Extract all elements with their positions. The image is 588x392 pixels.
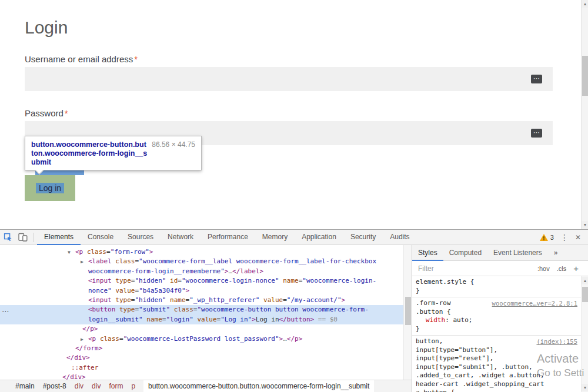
expand-arrow-icon[interactable]: ▶ bbox=[81, 335, 83, 344]
username-label: Username or email address* bbox=[25, 54, 138, 64]
rule-selector[interactable]: a button { bbox=[416, 388, 455, 392]
dom-tree-line[interactable]: ::after bbox=[0, 363, 403, 373]
toolbar-separator bbox=[34, 233, 34, 242]
login-button-highlighted[interactable]: Log in bbox=[25, 175, 75, 201]
page-scrollbar-thumb[interactable] bbox=[582, 56, 588, 96]
dom-tree-line[interactable]: <button type="submit" class="woocommerce… bbox=[0, 305, 403, 314]
dom-tree-line[interactable]: ▼<p class="form-row"> bbox=[0, 247, 403, 257]
rule-selector[interactable]: element.style { bbox=[416, 278, 474, 287]
password-label: Password* bbox=[25, 108, 68, 118]
devtools-tab-elements[interactable]: Elements bbox=[37, 230, 81, 245]
browser-viewport: Login Username or email address* ⋯ Passw… bbox=[0, 0, 588, 229]
username-input[interactable]: ⋯ bbox=[25, 67, 553, 91]
devtools-tab-network[interactable]: Network bbox=[161, 230, 201, 245]
console-warnings-button[interactable]: 3 bbox=[540, 234, 554, 241]
rule-selector[interactable]: .button { bbox=[416, 308, 451, 317]
styles-scrollbar[interactable]: ▲ ▼ bbox=[581, 276, 588, 392]
toggle-hover-state-button[interactable]: :hov bbox=[537, 265, 550, 272]
dom-tree-line[interactable]: ▶<label class="woocommerce-form__label w… bbox=[0, 257, 403, 266]
rule-selector[interactable]: input[type="reset"], bbox=[416, 354, 493, 363]
breadcrumb-item[interactable]: div bbox=[75, 382, 83, 390]
toggle-class-button[interactable]: .cls bbox=[557, 265, 567, 272]
kebab-menu-icon[interactable]: ⋮ bbox=[560, 233, 569, 242]
rule-selector[interactable]: input[type="submit"], .button, bbox=[416, 363, 533, 372]
devtools-tab-performance[interactable]: Performance bbox=[201, 230, 255, 245]
dom-tree-line[interactable]: login__submit" name="login" value="Log i… bbox=[0, 315, 403, 324]
scroll-up-icon[interactable]: ▲ bbox=[582, 277, 588, 284]
elements-scrollbar-thumb[interactable] bbox=[405, 297, 411, 325]
devtools-main: ▼<p class="form-row">▶<label class="wooc… bbox=[0, 245, 588, 392]
inspect-cursor-icon bbox=[4, 233, 12, 242]
elements-scrollbar[interactable] bbox=[403, 245, 412, 380]
scroll-down-icon[interactable]: ▼ bbox=[582, 221, 588, 229]
autofill-icon[interactable]: ⋯ bbox=[531, 75, 542, 83]
styles-scrollbar-thumb[interactable] bbox=[582, 287, 588, 302]
scroll-down-icon[interactable]: ▼ bbox=[582, 384, 588, 391]
device-toolbar-icon bbox=[18, 233, 28, 242]
rule-selector[interactable]: input[type="button"], bbox=[416, 346, 497, 355]
breadcrumb-item[interactable]: p bbox=[131, 382, 135, 390]
tooltip-dimensions: 86.56 × 44.75 bbox=[152, 140, 195, 166]
devtools-tab-audits[interactable]: Audits bbox=[383, 230, 416, 245]
dom-tree-line[interactable]: woocommerce-form-login__rememberme">…</l… bbox=[0, 267, 403, 276]
close-devtools-icon[interactable]: ✕ bbox=[575, 233, 581, 242]
device-toolbar-button[interactable] bbox=[15, 230, 31, 244]
dom-tree: ▼<p class="form-row">▶<label class="wooc… bbox=[0, 245, 403, 380]
dom-tree-line[interactable]: <input type="hidden" id="woocommerce-log… bbox=[0, 276, 403, 286]
devtools-tab-memory[interactable]: Memory bbox=[255, 230, 295, 245]
overflow-dots-icon[interactable]: ⋯ bbox=[2, 307, 9, 316]
css-property[interactable]: width: auto; bbox=[416, 316, 579, 325]
rule-selector[interactable]: .form-row bbox=[416, 299, 451, 308]
scroll-up-icon[interactable]: ▲ bbox=[582, 0, 588, 8]
required-asterisk: * bbox=[65, 108, 68, 118]
devtools-tab-sources[interactable]: Sources bbox=[121, 230, 161, 245]
page-scrollbar[interactable]: ▲ ▼ bbox=[581, 0, 588, 229]
elements-panel: ▼<p class="form-row">▶<label class="wooc… bbox=[0, 245, 412, 392]
styles-filter-row: :hov .cls + bbox=[412, 261, 588, 276]
styles-filter-toggles: :hov .cls + bbox=[537, 263, 579, 273]
breadcrumb-item[interactable]: div bbox=[92, 382, 101, 390]
inspect-element-button[interactable] bbox=[0, 230, 15, 244]
sidebar-tab-computed[interactable]: Computed bbox=[443, 245, 487, 261]
sidebar-tab--[interactable]: » bbox=[548, 245, 564, 261]
styles-sidebar: StylesComputedEvent Listeners» :hov .cls… bbox=[412, 245, 588, 392]
styles-rules-list: element.style {}.form-rowwoocommerce…ver… bbox=[412, 276, 581, 392]
tooltip-element-selector: button.woocommerce-button.button.woocomm… bbox=[31, 140, 147, 166]
autofill-icon[interactable]: ⋯ bbox=[531, 129, 542, 138]
dom-tree-line[interactable]: <input type="hidden" name="_wp_http_refe… bbox=[0, 296, 403, 305]
collapse-arrow-icon[interactable]: ▼ bbox=[68, 248, 71, 257]
rule-selector[interactable]: button, bbox=[416, 337, 443, 346]
devtools-tab-application[interactable]: Application bbox=[295, 230, 343, 245]
breadcrumb: #main#post-8divdivformpbutton.woocommerc… bbox=[0, 380, 412, 392]
breadcrumb-item[interactable]: #post-8 bbox=[43, 382, 66, 390]
stylesheet-source-link[interactable]: (index):155 bbox=[536, 337, 579, 346]
devtools-toolbar: ElementsConsoleSourcesNetworkPerformance… bbox=[0, 230, 588, 245]
dom-tree-line[interactable]: </p> bbox=[0, 324, 403, 334]
style-rule: .form-rowwoocommerce…ver=2.2.8:1.button … bbox=[412, 297, 581, 336]
devtools-tab-console[interactable]: Console bbox=[81, 230, 121, 245]
styles-filter-input[interactable] bbox=[418, 264, 500, 273]
style-rule: element.style {} bbox=[412, 276, 581, 297]
devtools-tab-security[interactable]: Security bbox=[343, 230, 383, 245]
breadcrumb-item[interactable]: button.woocommerce-button.button.woocomm… bbox=[143, 380, 374, 392]
page-title: Login bbox=[25, 18, 68, 38]
warning-triangle-icon bbox=[540, 234, 548, 241]
dom-tree-line[interactable]: </form> bbox=[0, 344, 403, 353]
stylesheet-source-link[interactable]: woocommerce…ver=2.2.8:1 bbox=[492, 299, 579, 308]
rule-selector[interactable]: header-cart .widget_shopping_cart bbox=[416, 380, 544, 389]
sidebar-tab-event-listeners[interactable]: Event Listeners bbox=[487, 245, 548, 261]
dom-tree-line[interactable]: </div> bbox=[0, 353, 403, 363]
breadcrumb-item[interactable]: #main bbox=[15, 382, 35, 390]
warning-count: 3 bbox=[550, 234, 554, 241]
devtools-panel: ElementsConsoleSourcesNetworkPerformance… bbox=[0, 229, 588, 392]
expand-arrow-icon[interactable]: ▶ bbox=[81, 257, 83, 267]
dom-tree-line[interactable]: </div> bbox=[0, 373, 403, 380]
sidebar-tab-styles[interactable]: Styles bbox=[412, 245, 443, 261]
new-style-rule-button[interactable]: + bbox=[573, 263, 579, 273]
devtools-toolbar-right: 3 ⋮ ✕ bbox=[540, 233, 588, 242]
rule-selector[interactable]: .added_to_cart, .widget a.button, bbox=[416, 371, 544, 380]
breadcrumb-item[interactable]: form bbox=[109, 382, 123, 390]
dom-tree-line[interactable]: nonce" value="b4a5a304f0"> bbox=[0, 286, 403, 296]
dom-tree-line[interactable]: ▶<p class="woocommerce-LostPassword lost… bbox=[0, 334, 403, 344]
inspect-overlay-tooltip: button.woocommerce-button.button.woocomm… bbox=[25, 136, 202, 170]
